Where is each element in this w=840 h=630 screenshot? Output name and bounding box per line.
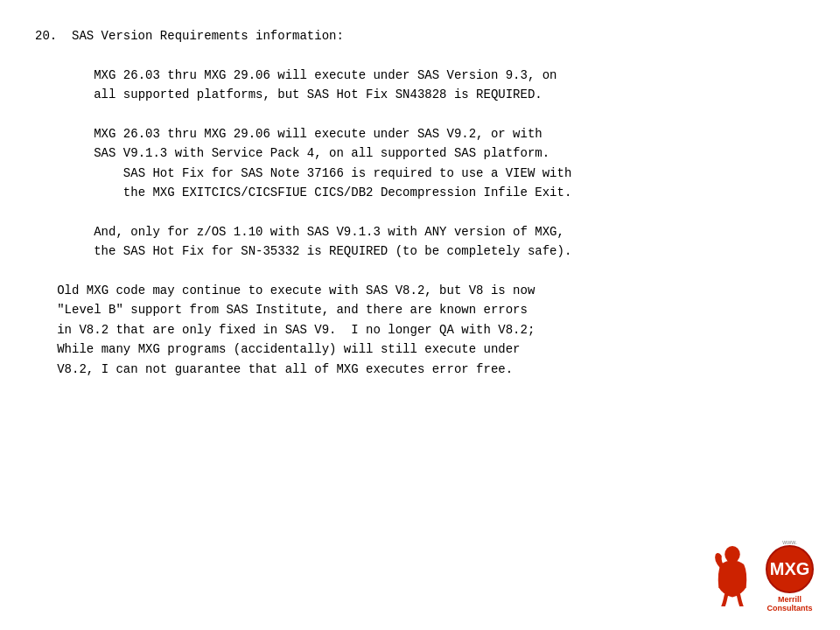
mxg-circle: MXG: [766, 545, 814, 593]
page-content: 20. SAS Version Requirements information…: [0, 0, 840, 396]
svg-point-0: [724, 546, 740, 563]
merrill-figure-icon: [706, 545, 759, 606]
main-text: 20. SAS Version Requirements information…: [35, 26, 805, 379]
mxg-logo: www. MXG Merrill Consultants: [766, 539, 814, 612]
merrill-label: Merrill: [778, 595, 802, 604]
consultants-label: Consultants: [766, 604, 812, 612]
mxg-text: MXG: [770, 559, 810, 579]
www-text: www.: [782, 539, 797, 545]
logo-area: www. MXG Merrill Consultants: [706, 539, 814, 612]
